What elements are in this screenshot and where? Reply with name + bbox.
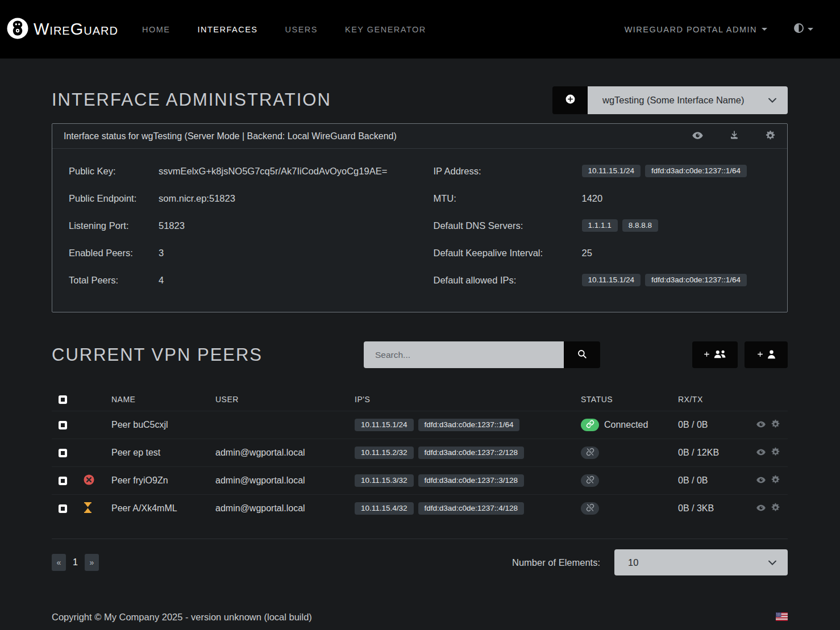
- info-label: Listening Port:: [69, 220, 159, 231]
- brand-link[interactable]: WireGuard: [7, 18, 118, 41]
- peers-section-title: CURRENT VPN PEERS: [52, 345, 263, 365]
- elements-per-page-select[interactable]: 10: [614, 549, 788, 575]
- peer-name: Peer A/Xk4mML: [111, 503, 215, 514]
- status-label: Connected: [604, 420, 648, 430]
- disconnected-status-pill: [581, 447, 599, 459]
- select-all-checkbox[interactable]: [59, 395, 67, 404]
- caret-down-icon: [762, 28, 767, 31]
- main-content: INTERFACE ADMINISTRATION wgTesting (Some…: [0, 86, 840, 575]
- elements-per-page-label: Number of Elements:: [512, 557, 600, 568]
- search-input[interactable]: [364, 341, 564, 368]
- card-actions: [692, 130, 776, 143]
- ip-badge: 10.11.15.1/24: [582, 165, 641, 177]
- caret-down-icon: [808, 28, 813, 31]
- connected-status-pill: [581, 419, 599, 431]
- search-icon: [577, 349, 587, 361]
- peer-ip-badge: 10.11.15.4/32: [355, 502, 414, 515]
- peer-expiring-hourglass-icon: [84, 502, 92, 515]
- nav-link-home[interactable]: HOME: [142, 25, 171, 34]
- peer-settings-button[interactable]: [771, 503, 780, 515]
- gear-icon: [771, 475, 780, 486]
- column-header-status: STATUS: [581, 395, 678, 404]
- peer-view-button[interactable]: [756, 503, 766, 515]
- nav-link-users[interactable]: USERS: [285, 25, 318, 34]
- info-label: Enabled Peers:: [69, 248, 159, 258]
- page-title: INTERFACE ADMINISTRATION: [52, 90, 331, 110]
- column-header-name: NAME: [111, 395, 215, 404]
- peers-header-row: CURRENT VPN PEERS: [52, 341, 788, 368]
- add-multiple-peers-button[interactable]: [692, 341, 738, 368]
- interface-select[interactable]: wgTesting (Some Interface Name): [588, 86, 788, 114]
- gear-icon: [771, 447, 780, 458]
- interface-settings-button[interactable]: [765, 130, 776, 143]
- info-label: Default DNS Servers:: [434, 220, 582, 231]
- nav-links: HOME INTERFACES USERS KEY GENERATOR: [142, 25, 426, 34]
- download-config-button[interactable]: [729, 130, 740, 143]
- peer-rxtx: 0B / 0B: [678, 420, 748, 430]
- language-selector[interactable]: [776, 612, 788, 623]
- listening-port-value: 51823: [159, 220, 185, 231]
- interface-select-value: wgTesting (Some Interface Name): [602, 95, 744, 106]
- mtu-value: 1420: [582, 193, 603, 204]
- nav-link-interfaces[interactable]: INTERFACES: [197, 25, 257, 34]
- show-config-button[interactable]: [692, 130, 704, 143]
- disconnected-status-pill: [581, 474, 599, 487]
- row-checkbox[interactable]: [59, 477, 67, 485]
- row-checkbox[interactable]: [59, 421, 67, 429]
- info-label: Public Endpoint:: [69, 193, 159, 204]
- peer-ip-badge: fdfd:d3ad:c0de:1237::4/128: [418, 502, 524, 515]
- column-header-ips: IP'S: [355, 395, 581, 404]
- elements-per-page-value: 10: [628, 557, 638, 568]
- disconnected-status-pill: [581, 502, 599, 515]
- row-checkbox[interactable]: [59, 504, 67, 513]
- gear-icon: [771, 503, 780, 514]
- gear-icon: [771, 419, 780, 431]
- pager-prev-button[interactable]: «: [52, 554, 66, 571]
- us-flag-icon: [776, 612, 788, 623]
- peer-view-button[interactable]: [756, 475, 766, 487]
- chevron-down-icon: [768, 557, 776, 568]
- table-row: Peer A/Xk4mML admin@wgportal.local 10.11…: [52, 494, 788, 522]
- keepalive-value: 25: [582, 248, 592, 258]
- pager-next-button[interactable]: »: [85, 554, 99, 571]
- table-row: Peer ep test admin@wgportal.local 10.11.…: [52, 439, 788, 466]
- peers-table: NAME USER IP'S STATUS RX/TX Peer buC5cxj…: [52, 388, 788, 539]
- peer-settings-button[interactable]: [771, 419, 780, 431]
- nav-link-key-generator[interactable]: KEY GENERATOR: [345, 25, 426, 34]
- peer-name: Peer fryiO9Zn: [111, 475, 215, 486]
- ip-badge: fdfd:d3ad:c0de:1237::1/64: [645, 165, 747, 177]
- peer-view-button[interactable]: [756, 419, 766, 431]
- link-slash-icon: [586, 503, 594, 514]
- dns-badge: 1.1.1.1: [582, 219, 618, 232]
- add-peer-button[interactable]: [745, 341, 788, 368]
- gear-icon: [765, 130, 776, 143]
- peer-rxtx: 0B / 3KB: [678, 503, 748, 514]
- brand-name: WireGuard: [34, 20, 118, 39]
- add-interface-button[interactable]: [552, 86, 588, 114]
- column-header-user: USER: [215, 395, 355, 404]
- info-label: Default allowed IPs:: [434, 275, 582, 286]
- theme-toggle[interactable]: [793, 23, 813, 36]
- info-label: Default Keepalive Interval:: [434, 248, 582, 258]
- eye-icon: [756, 503, 766, 515]
- peer-ip-badge: fdfd:d3ad:c0de:1237::1/64: [418, 419, 520, 431]
- info-label: MTU:: [434, 193, 582, 204]
- peer-user: admin@wgportal.local: [215, 475, 355, 486]
- peer-user: admin@wgportal.local: [215, 503, 355, 514]
- link-slash-icon: [586, 475, 594, 486]
- card-header: Interface status for wgTesting (Server M…: [52, 124, 787, 149]
- peer-ip-badge: 10.11.15.1/24: [355, 419, 414, 431]
- users-group-icon: [713, 349, 727, 361]
- pager-current-page[interactable]: 1: [72, 557, 79, 568]
- plus-icon: [756, 351, 764, 360]
- peer-view-button[interactable]: [756, 447, 766, 459]
- row-checkbox[interactable]: [59, 449, 67, 457]
- table-row: Peer fryiO9Zn admin@wgportal.local 10.11…: [52, 466, 788, 494]
- footer: Copyright © My Company 2025 - version un…: [0, 612, 840, 623]
- download-icon: [729, 130, 740, 143]
- peer-ip-badge: 10.11.15.2/32: [355, 447, 414, 459]
- search-button[interactable]: [564, 341, 600, 368]
- peer-settings-button[interactable]: [771, 475, 780, 487]
- peer-settings-button[interactable]: [771, 447, 780, 459]
- user-menu[interactable]: WIREGUARD PORTAL ADMIN: [625, 25, 767, 34]
